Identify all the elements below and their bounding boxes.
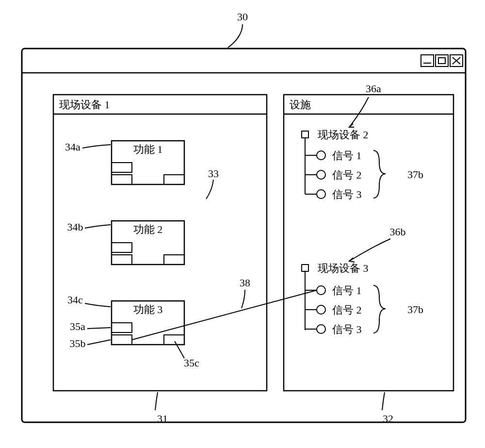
tree-device2-signal2[interactable]: 信号 2 [332, 169, 362, 181]
function-block-1[interactable]: 功能 1 [112, 141, 184, 184]
tree-node-square-icon[interactable] [302, 265, 308, 271]
left-panel-title: 现场设备 1 [59, 99, 110, 111]
ref-32: 32 [383, 413, 393, 425]
ref-window: 30 [237, 11, 248, 23]
tree-device2-signal1[interactable]: 信号 1 [332, 149, 362, 162]
tree-signal-icon[interactable] [317, 325, 325, 333]
ref-33: 33 [208, 167, 219, 180]
brace-37b-top [373, 150, 386, 198]
function-block-2[interactable]: 功能 2 [112, 221, 184, 265]
tree-device3-signal1[interactable]: 信号 1 [332, 284, 362, 297]
block2-port-right[interactable] [164, 255, 184, 265]
block2-port-left-upper[interactable] [112, 243, 132, 252]
ref-34b: 34b [67, 221, 83, 233]
ref-35a: 35a [70, 320, 85, 332]
ref-38: 38 [240, 277, 250, 289]
ref-35b: 35b [70, 337, 86, 349]
function-block-3[interactable]: 功能 3 [112, 301, 184, 345]
block1-port-left-upper[interactable] [112, 163, 132, 172]
tree-device-2: 现场设备 2 信号 1 信号 2 信号 3 [302, 129, 369, 200]
ref-31: 31 [157, 413, 168, 425]
function-block-1-label: 功能 1 [133, 143, 163, 155]
block3-port-35c[interactable] [164, 335, 184, 345]
tree-signal-icon[interactable] [317, 151, 325, 160]
block1-port-left-lower[interactable] [112, 175, 132, 184]
leader-30 [228, 24, 242, 48]
block3-port-35a[interactable] [112, 323, 132, 332]
tree-signal-icon[interactable] [317, 170, 325, 179]
tree-device3-signal2[interactable]: 信号 2 [332, 304, 362, 316]
ref-34c: 34c [67, 294, 83, 306]
tree-device2-signal3[interactable]: 信号 3 [332, 188, 362, 200]
function-block-2-label: 功能 2 [133, 223, 163, 235]
function-block-3-label: 功能 3 [133, 303, 163, 315]
block3-port-35b[interactable] [112, 335, 132, 345]
ref-36a: 36a [366, 83, 381, 95]
window-controls [421, 55, 463, 66]
tree-device3-signal3[interactable]: 信号 3 [332, 323, 362, 335]
ref-34a: 34a [65, 141, 81, 153]
tree-signal-icon[interactable] [317, 305, 325, 314]
svg-rect-1 [438, 58, 445, 64]
ref-37b-top: 37b [407, 168, 423, 181]
maximize-button[interactable] [436, 55, 448, 66]
tree-device-3-title[interactable]: 现场设备 3 [318, 262, 369, 274]
tree-node-square-icon[interactable] [302, 131, 308, 138]
minimize-button[interactable] [421, 55, 434, 66]
diagram-root: 30 现场设备 1 设施 功能 1 功能 2 [0, 0, 485, 448]
brace-37b-bottom [373, 285, 386, 333]
tree-device-2-title[interactable]: 现场设备 2 [318, 129, 369, 141]
ref-36b: 36b [390, 226, 406, 238]
tree-device-3: 现场设备 3 信号 1 信号 2 信号 3 [302, 262, 369, 335]
ref-37b-bottom: 37b [407, 303, 423, 315]
tree-signal-icon[interactable] [317, 286, 325, 295]
right-panel [284, 95, 453, 391]
block2-port-left-lower[interactable] [112, 255, 132, 265]
ref-35c: 35c [184, 357, 199, 369]
right-panel-title: 设施 [290, 99, 311, 111]
tree-signal-icon[interactable] [317, 190, 325, 199]
block1-port-right[interactable] [164, 175, 184, 184]
